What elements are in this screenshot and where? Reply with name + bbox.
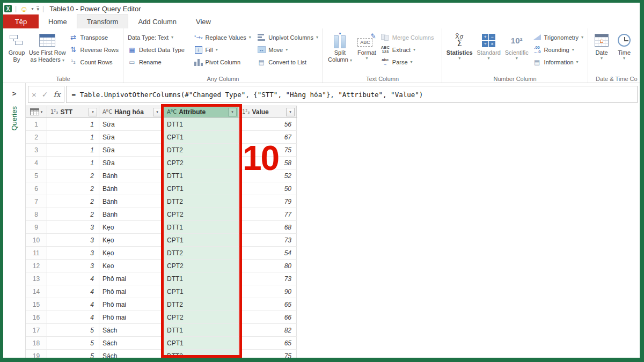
move-button[interactable]: ↔ Move ▾ bbox=[255, 43, 320, 56]
row-number[interactable]: 9 bbox=[26, 221, 47, 233]
cell-stt[interactable]: 1 bbox=[47, 118, 99, 130]
column-header-hang-hoa[interactable]: AᴮC Hàng hóa ▾ bbox=[99, 106, 164, 117]
row-number[interactable]: 1 bbox=[26, 118, 47, 130]
cell-stt[interactable]: 5 bbox=[47, 324, 99, 336]
cell-stt[interactable]: 2 bbox=[47, 182, 99, 195]
filter-button[interactable]: ▾ bbox=[286, 108, 295, 116]
count-rows-button[interactable]: ¹₂ Count Rows bbox=[67, 56, 121, 68]
cell-attribute[interactable]: CPT1 bbox=[164, 182, 239, 195]
tab-add-column[interactable]: Add Column bbox=[128, 14, 186, 28]
cell-attribute[interactable]: DTT2 bbox=[164, 195, 239, 208]
cell-hang-hoa[interactable]: Kẹo bbox=[99, 247, 164, 259]
filter-button[interactable]: ▾ bbox=[153, 108, 162, 116]
row-number[interactable]: 18 bbox=[26, 337, 47, 349]
fill-button[interactable]: ↓ Fill ▾ bbox=[192, 43, 255, 56]
information-button[interactable]: ▤ Information ▾ bbox=[531, 56, 586, 68]
cell-hang-hoa[interactable]: Sữa bbox=[99, 157, 164, 169]
cell-value[interactable]: 66 bbox=[239, 311, 297, 323]
cell-attribute[interactable]: CPT2 bbox=[164, 311, 239, 323]
expand-queries-chevron-icon[interactable]: > bbox=[12, 90, 17, 98]
duration-button-clipped[interactable]: D bbox=[635, 30, 640, 57]
statistics-button[interactable]: X̄σΣ Statistics ▾ bbox=[444, 30, 474, 62]
cell-stt[interactable]: 2 bbox=[47, 195, 99, 208]
cell-attribute[interactable]: CPT2 bbox=[164, 260, 239, 272]
cell-hang-hoa[interactable]: Sách bbox=[99, 337, 164, 349]
rename-button[interactable]: ▭ Rename bbox=[126, 56, 192, 68]
cell-value[interactable]: 65 bbox=[239, 298, 297, 311]
cell-hang-hoa[interactable]: Sữa bbox=[99, 144, 164, 156]
cell-hang-hoa[interactable]: Bánh bbox=[99, 195, 164, 208]
cell-value[interactable]: 56 bbox=[239, 118, 297, 130]
formula-input[interactable]: = Table.UnpivotOtherColumns(#"Changed Ty… bbox=[66, 86, 638, 103]
cell-value[interactable]: 68 bbox=[239, 221, 297, 233]
smiley-dropdown-caret[interactable]: ▾ bbox=[31, 6, 33, 11]
cell-stt[interactable]: 4 bbox=[47, 298, 99, 311]
cell-hang-hoa[interactable]: Bánh bbox=[99, 182, 164, 195]
transpose-button[interactable]: ⇄ Transpose bbox=[67, 31, 121, 43]
cell-stt[interactable]: 1 bbox=[47, 131, 99, 143]
cell-value[interactable]: 77 bbox=[239, 208, 297, 220]
cell-value[interactable]: 80 bbox=[239, 260, 297, 272]
cell-hang-hoa[interactable]: Bánh bbox=[99, 169, 164, 182]
cell-hang-hoa[interactable]: Sữa bbox=[99, 131, 164, 143]
cell-value[interactable]: 75 bbox=[239, 350, 297, 358]
row-number[interactable]: 12 bbox=[26, 260, 47, 272]
cell-stt[interactable]: 5 bbox=[47, 337, 99, 349]
unpivot-columns-button[interactable]: Unpivot Columns ▾ bbox=[255, 31, 320, 43]
row-number[interactable]: 17 bbox=[26, 324, 47, 336]
replace-values-button[interactable]: ¹→₂ Replace Values ▾ bbox=[192, 31, 255, 43]
cell-value[interactable]: 90 bbox=[239, 285, 297, 298]
cell-attribute[interactable]: CPT2 bbox=[164, 208, 239, 220]
cell-value[interactable]: 54 bbox=[239, 247, 297, 259]
parse-button[interactable]: abc→ Parse ▾ bbox=[379, 56, 436, 68]
column-header-attribute[interactable]: AᴮC Attribute ▾ bbox=[164, 106, 239, 117]
cell-hang-hoa[interactable]: Phô mai bbox=[99, 311, 164, 323]
cell-hang-hoa[interactable]: Sách bbox=[99, 324, 164, 336]
cancel-icon[interactable]: × bbox=[32, 90, 36, 99]
merge-columns-button[interactable]: Merge Columns bbox=[379, 31, 436, 43]
scientific-button[interactable]: 10² Scientific ▾ bbox=[503, 30, 531, 62]
cell-stt[interactable]: 3 bbox=[47, 234, 99, 246]
cell-hang-hoa[interactable]: Sách bbox=[99, 350, 164, 358]
cell-hang-hoa[interactable]: Bánh bbox=[99, 208, 164, 220]
rounding-button[interactable]: .00→.0 Rounding ▾ bbox=[531, 43, 586, 56]
column-header-stt[interactable]: 1²₃ STT ▾ bbox=[47, 106, 99, 117]
cell-attribute[interactable]: DTT1 bbox=[164, 169, 239, 182]
cell-value[interactable]: 50 bbox=[239, 182, 297, 195]
cell-hang-hoa[interactable]: Phô mai bbox=[99, 285, 164, 298]
select-all-corner[interactable]: ▾ bbox=[26, 106, 47, 117]
cell-stt[interactable]: 4 bbox=[47, 311, 99, 323]
cell-stt[interactable]: 4 bbox=[47, 285, 99, 298]
reverse-rows-button[interactable]: ⇅ Reverse Rows bbox=[67, 43, 121, 56]
column-header-value[interactable]: 1²₃ Value ▾ bbox=[239, 106, 297, 117]
row-number[interactable]: 19 bbox=[26, 350, 47, 358]
cell-hang-hoa[interactable]: Kẹo bbox=[99, 221, 164, 233]
cell-attribute[interactable]: DTT2 bbox=[164, 350, 239, 358]
time-button[interactable]: Time ▾ bbox=[613, 30, 635, 62]
row-number[interactable]: 10 bbox=[26, 234, 47, 246]
cell-stt[interactable]: 3 bbox=[47, 260, 99, 272]
cell-attribute[interactable]: DTT1 bbox=[164, 324, 239, 336]
cell-attribute[interactable]: CPT2 bbox=[164, 157, 239, 169]
cell-attribute[interactable]: CPT1 bbox=[164, 337, 239, 349]
row-number[interactable]: 16 bbox=[26, 311, 47, 323]
cell-attribute[interactable]: CPT1 bbox=[164, 285, 239, 298]
smiley-icon[interactable]: ☺ bbox=[20, 5, 28, 13]
cell-hang-hoa[interactable]: Kẹo bbox=[99, 234, 164, 246]
cell-attribute[interactable]: DTT1 bbox=[164, 221, 239, 233]
standard-button[interactable]: +−÷× Standard ▾ bbox=[474, 30, 502, 62]
row-number[interactable]: 3 bbox=[26, 144, 47, 156]
cell-attribute[interactable]: CPT1 bbox=[164, 131, 239, 143]
fx-icon[interactable]: fx bbox=[54, 90, 61, 99]
cell-stt[interactable]: 2 bbox=[47, 208, 99, 220]
cell-attribute[interactable]: CPT1 bbox=[164, 234, 239, 246]
pivot-column-button[interactable]: Pivot Column bbox=[192, 56, 255, 68]
cell-attribute[interactable]: DTT2 bbox=[164, 144, 239, 156]
quick-access-customize-icon[interactable]: ▾ bbox=[36, 6, 39, 12]
group-by-button[interactable]: Group By bbox=[5, 30, 28, 64]
cell-attribute[interactable]: DTT1 bbox=[164, 118, 239, 130]
trigonometry-button[interactable]: Trigonometry ▾ bbox=[531, 31, 586, 43]
queries-pane-label[interactable]: Queries bbox=[10, 106, 18, 131]
cell-value[interactable]: 73 bbox=[239, 234, 297, 246]
cell-hang-hoa[interactable]: Sữa bbox=[99, 118, 164, 130]
